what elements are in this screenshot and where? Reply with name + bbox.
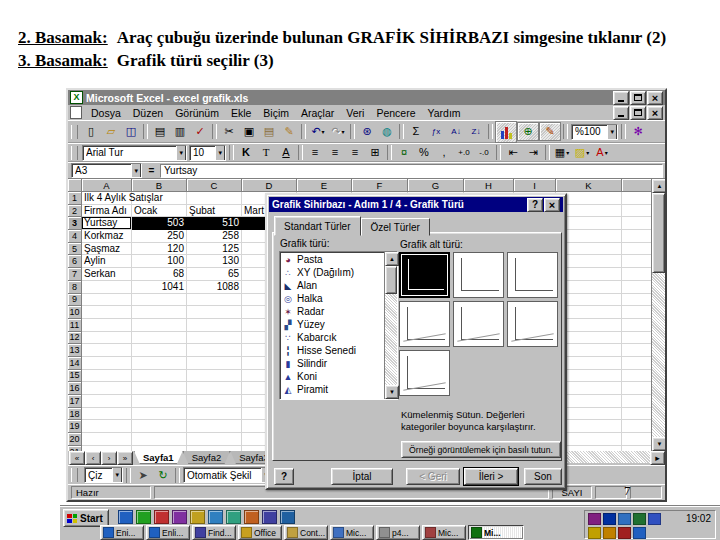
cell-A12[interactable]	[82, 332, 132, 345]
cell-C9[interactable]	[187, 294, 242, 307]
cell-A16[interactable]	[82, 382, 132, 395]
borders-icon[interactable]: ▦▾	[552, 144, 572, 161]
cell-pad10[interactable]	[622, 306, 651, 319]
row-header-12[interactable]: 12	[68, 332, 82, 345]
subtype-kumelenmis-sutun[interactable]	[399, 252, 450, 298]
dialog-help-icon[interactable]: ?	[527, 198, 543, 212]
tray-icon-9[interactable]	[633, 527, 646, 539]
cell-A5[interactable]: Şaşmaz	[82, 243, 132, 256]
increase-decimal-icon[interactable]: +.0	[454, 144, 474, 161]
vertical-scroll-track[interactable]	[652, 273, 665, 437]
cell-pad18[interactable]	[622, 408, 651, 421]
cell-A7[interactable]: Serkan	[82, 268, 132, 281]
back-button[interactable]: < Geri	[406, 468, 460, 485]
dialog-close-icon[interactable]	[544, 198, 560, 212]
print-icon[interactable]: ▤	[150, 123, 170, 140]
format-painter-icon[interactable]: ✎	[279, 123, 299, 140]
merge-center-icon[interactable]: ⊞	[365, 144, 385, 161]
task-button-2[interactable]: Enli...	[146, 525, 190, 540]
toolbar-grip-2[interactable]	[71, 146, 78, 160]
cell-B5[interactable]: 120	[132, 243, 187, 256]
sort-ascending-icon[interactable]: A↓	[446, 123, 466, 140]
percent-icon[interactable]: %	[414, 144, 434, 161]
cell-C12[interactable]	[187, 332, 242, 345]
tray-icon-7[interactable]	[603, 527, 616, 539]
menu-araçlar[interactable]: Araçlar	[295, 107, 340, 119]
menu-biçim[interactable]: Biçim	[257, 107, 295, 119]
cell-B3[interactable]: 503	[132, 217, 187, 230]
column-header-G[interactable]: G	[408, 179, 464, 192]
cell-B8[interactable]: 1041	[132, 281, 187, 294]
chart-type-alan[interactable]: ◣Alan	[280, 279, 384, 292]
draw-menu[interactable]: Çiz	[84, 467, 123, 483]
equals-button[interactable]: =	[145, 165, 158, 176]
quick-launch-icon-4[interactable]	[172, 510, 187, 524]
cell-pad6[interactable]	[622, 255, 651, 268]
chart-type-pasta[interactable]: ◕Pasta	[280, 253, 384, 266]
bold-icon[interactable]: K	[236, 144, 256, 161]
help-button[interactable]: ?	[274, 468, 294, 485]
cell-pad3[interactable]	[622, 217, 651, 230]
row-header-10[interactable]: 10	[68, 306, 82, 319]
cell-C19[interactable]	[187, 420, 242, 433]
minimize-button[interactable]	[613, 91, 629, 105]
tray-icon-3[interactable]	[618, 513, 631, 525]
next-button[interactable]: İleri >	[464, 468, 518, 485]
cell-C8[interactable]: 1088	[187, 281, 242, 294]
cell-C7[interactable]: 65	[187, 268, 242, 281]
cancel-button[interactable]: İptal	[331, 468, 393, 485]
cell-pad1[interactable]	[622, 192, 651, 205]
sheet-nav-n4[interactable]	[117, 451, 133, 465]
cell-pad16[interactable]	[622, 382, 651, 395]
row-header-20[interactable]: 20	[68, 433, 82, 446]
cell-C6[interactable]: 130	[187, 255, 242, 268]
align-right-icon[interactable]: ≡	[345, 144, 365, 161]
cell-C5[interactable]: 125	[187, 243, 242, 256]
drawing-toolbar-grip[interactable]	[71, 468, 78, 482]
tab-standart-turler[interactable]: Standart Türler	[274, 216, 361, 236]
align-left-icon[interactable]: ≡	[305, 144, 325, 161]
comma-icon[interactable]: ,	[434, 144, 454, 161]
subtype-3b-yuzde-yigilmis-sutun[interactable]	[507, 301, 558, 347]
sheet-nav-n3[interactable]	[101, 451, 117, 465]
column-header-A[interactable]: A	[82, 179, 132, 192]
task-button-6[interactable]: Mic...	[330, 525, 374, 540]
hscroll-right-button[interactable]	[650, 451, 665, 465]
sort-descending-icon[interactable]: Z↓	[466, 123, 486, 140]
redo-icon[interactable]: ↷▾	[328, 123, 348, 140]
cell-C20[interactable]	[187, 433, 242, 446]
list-scroll-up-button[interactable]	[385, 252, 399, 266]
sheet-nav-n1[interactable]	[69, 451, 85, 465]
menu-yardım[interactable]: Yardım	[421, 107, 466, 119]
task-button-5[interactable]: Cont...	[284, 525, 328, 540]
restore-button[interactable]	[630, 91, 646, 105]
select-objects-icon[interactable]: ➤	[133, 467, 153, 484]
vertical-scroll-thumb[interactable]	[652, 193, 665, 273]
cell-pad2[interactable]	[622, 205, 651, 218]
cell-C18[interactable]	[187, 408, 242, 421]
decrease-indent-icon[interactable]: ⇤	[503, 144, 523, 161]
new-icon[interactable]: ▯	[81, 123, 101, 140]
cell-pad13[interactable]	[622, 344, 651, 357]
zoom-select[interactable]: %100	[571, 124, 618, 140]
insert-hyperlink-icon[interactable]: ⊛	[357, 123, 377, 140]
cell-pad19[interactable]	[622, 420, 651, 433]
cell-pad12[interactable]	[622, 332, 651, 345]
cell-pad8[interactable]	[622, 281, 651, 294]
increase-indent-icon[interactable]: ⇥	[523, 144, 543, 161]
tray-icon-2[interactable]	[603, 513, 616, 525]
chart-type-kabarc-k[interactable]: ∵Kabarcık	[280, 331, 384, 344]
italic-icon[interactable]: T	[256, 144, 276, 161]
cell-A8[interactable]	[82, 281, 132, 294]
currency-icon[interactable]: ¤	[394, 144, 414, 161]
subtype-3b-kumelenmis-sutun[interactable]	[399, 301, 450, 347]
view-sample-button[interactable]: Örneği görüntülemek için basılı tutun.	[401, 441, 561, 458]
cell-A14[interactable]	[82, 357, 132, 370]
quick-launch-icon-9[interactable]	[262, 510, 277, 524]
column-header-H[interactable]: H	[464, 179, 514, 192]
cell-B17[interactable]	[132, 395, 187, 408]
scroll-up-button[interactable]	[652, 179, 665, 193]
cell-B6[interactable]: 100	[132, 255, 187, 268]
quick-launch-icon-2[interactable]	[136, 510, 151, 524]
row-header-19[interactable]: 19	[68, 420, 82, 433]
